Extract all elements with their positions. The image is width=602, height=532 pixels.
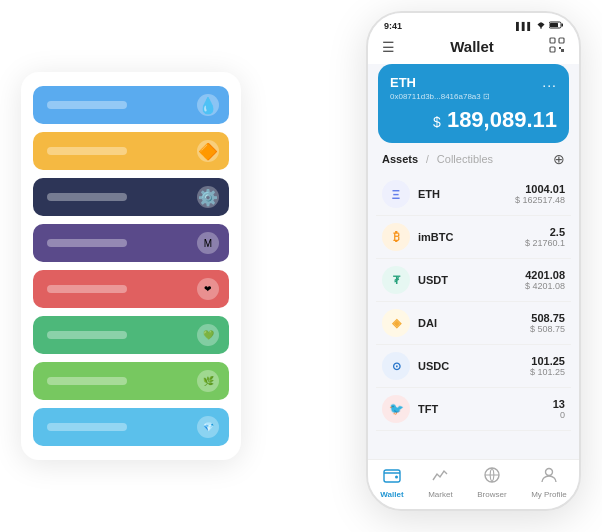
- card-label-3: [47, 193, 127, 201]
- card-icon-5: ❤: [197, 278, 219, 300]
- card-icon-2: 🔶: [197, 140, 219, 162]
- asset-right-usdc: 101.25 $ 101.25: [530, 355, 565, 377]
- card-item-5[interactable]: ❤: [33, 270, 229, 308]
- asset-left-usdc: ⊙ USDC: [382, 352, 449, 380]
- market-nav-icon: [431, 466, 449, 488]
- card-icon-8: 💎: [197, 416, 219, 438]
- asset-right-eth: 1004.01 $ 162517.48: [515, 183, 565, 205]
- eth-balance-amount: 189,089.11: [447, 107, 557, 132]
- card-label-6: [47, 331, 127, 339]
- eth-card-address: 0x08711d3b...8416a78a3 ⊡: [390, 92, 557, 101]
- dai-usd: $ 508.75: [530, 324, 565, 334]
- asset-left-imbtc: ₿ imBTC: [382, 223, 453, 251]
- browser-nav-icon: [483, 466, 501, 488]
- usdt-usd: $ 4201.08: [525, 281, 565, 291]
- usdc-amount: 101.25: [530, 355, 565, 367]
- card-item-4[interactable]: M: [33, 224, 229, 262]
- imbtc-icon: ₿: [382, 223, 410, 251]
- card-item-3[interactable]: ⚙️: [33, 178, 229, 216]
- eth-name: ETH: [418, 188, 440, 200]
- card-item-1[interactable]: 💧: [33, 86, 229, 124]
- wallet-nav-icon: [383, 466, 401, 488]
- asset-left-tft: 🐦 TFT: [382, 395, 438, 423]
- card-item-6[interactable]: 💚: [33, 316, 229, 354]
- eth-card[interactable]: ETH ... 0x08711d3b...8416a78a3 ⊡ $ 189,0…: [378, 64, 569, 143]
- asset-item-usdc[interactable]: ⊙ USDC 101.25 $ 101.25: [376, 345, 571, 388]
- eth-icon: Ξ: [382, 180, 410, 208]
- asset-item-dai[interactable]: ◈ DAI 508.75 $ 508.75: [376, 302, 571, 345]
- tab-assets[interactable]: Assets: [382, 153, 418, 165]
- scan-icon[interactable]: [549, 37, 565, 56]
- asset-left-eth: Ξ ETH: [382, 180, 440, 208]
- menu-icon[interactable]: ☰: [382, 39, 395, 55]
- status-time: 9:41: [384, 21, 402, 31]
- nav-browser[interactable]: Browser: [477, 466, 506, 499]
- asset-item-eth[interactable]: Ξ ETH 1004.01 $ 162517.48: [376, 173, 571, 216]
- eth-card-menu-dots[interactable]: ...: [542, 74, 557, 90]
- dai-amount: 508.75: [530, 312, 565, 324]
- status-bar: 9:41 ▌▌▌: [368, 13, 579, 31]
- card-label-8: [47, 423, 127, 431]
- tab-collectibles[interactable]: Collectibles: [437, 153, 493, 165]
- status-icons: ▌▌▌: [516, 21, 563, 31]
- tft-amount: 13: [553, 398, 565, 410]
- dai-name: DAI: [418, 317, 437, 329]
- eth-card-top: ETH ...: [390, 74, 557, 90]
- imbtc-usd: $ 21760.1: [525, 238, 565, 248]
- svg-rect-2: [562, 24, 564, 27]
- svg-rect-4: [550, 38, 555, 43]
- tab-separator: /: [426, 154, 429, 165]
- imbtc-name: imBTC: [418, 231, 453, 243]
- market-nav-label: Market: [428, 490, 452, 499]
- asset-item-tft[interactable]: 🐦 TFT 13 0: [376, 388, 571, 431]
- card-label-1: [47, 101, 127, 109]
- svg-rect-6: [550, 47, 555, 52]
- card-icon-4: M: [197, 232, 219, 254]
- card-item-7[interactable]: 🌿: [33, 362, 229, 400]
- card-item-2[interactable]: 🔶: [33, 132, 229, 170]
- nav-market[interactable]: Market: [428, 466, 452, 499]
- wifi-icon: [536, 21, 546, 31]
- eth-usd: $ 162517.48: [515, 195, 565, 205]
- eth-card-balance: $ 189,089.11: [390, 107, 557, 133]
- svg-rect-5: [559, 38, 564, 43]
- eth-amount: 1004.01: [515, 183, 565, 195]
- header-title: Wallet: [450, 38, 494, 55]
- scene: 💧 🔶 ⚙️ M ❤ 💚 🌿 💎: [21, 11, 581, 521]
- asset-right-tft: 13 0: [553, 398, 565, 420]
- asset-list: Ξ ETH 1004.01 $ 162517.48 ₿ imBTC 2.5 $ …: [368, 173, 579, 459]
- phone: 9:41 ▌▌▌ ☰ Wallet: [366, 11, 581, 511]
- asset-left-dai: ◈ DAI: [382, 309, 437, 337]
- card-panel: 💧 🔶 ⚙️ M ❤ 💚 🌿 💎: [21, 72, 241, 460]
- svg-point-0: [540, 27, 542, 29]
- svg-rect-3: [550, 23, 558, 27]
- usdt-name: USDT: [418, 274, 448, 286]
- eth-card-title: ETH: [390, 75, 416, 90]
- asset-left-usdt: ₮ USDT: [382, 266, 448, 294]
- card-label-5: [47, 285, 127, 293]
- assets-header: Assets / Collectibles ⊕: [368, 151, 579, 173]
- tft-name: TFT: [418, 403, 438, 415]
- browser-nav-label: Browser: [477, 490, 506, 499]
- card-label-2: [47, 147, 127, 155]
- asset-item-imbtc[interactable]: ₿ imBTC 2.5 $ 21760.1: [376, 216, 571, 259]
- card-item-8[interactable]: 💎: [33, 408, 229, 446]
- usdc-usd: $ 101.25: [530, 367, 565, 377]
- card-icon-6: 💚: [197, 324, 219, 346]
- profile-nav-label: My Profile: [531, 490, 567, 499]
- nav-wallet[interactable]: Wallet: [380, 466, 403, 499]
- usdc-name: USDC: [418, 360, 449, 372]
- asset-item-usdt[interactable]: ₮ USDT 4201.08 $ 4201.08: [376, 259, 571, 302]
- assets-tabs: Assets / Collectibles: [382, 153, 493, 165]
- card-label-7: [47, 377, 127, 385]
- nav-profile[interactable]: My Profile: [531, 466, 567, 499]
- add-asset-button[interactable]: ⊕: [553, 151, 565, 167]
- svg-point-8: [395, 476, 398, 479]
- usdc-icon: ⊙: [382, 352, 410, 380]
- phone-header: ☰ Wallet: [368, 31, 579, 64]
- profile-nav-icon: [540, 466, 558, 488]
- tft-usd: 0: [553, 410, 565, 420]
- usdt-amount: 4201.08: [525, 269, 565, 281]
- signal-icon: ▌▌▌: [516, 22, 533, 31]
- card-icon-3: ⚙️: [197, 186, 219, 208]
